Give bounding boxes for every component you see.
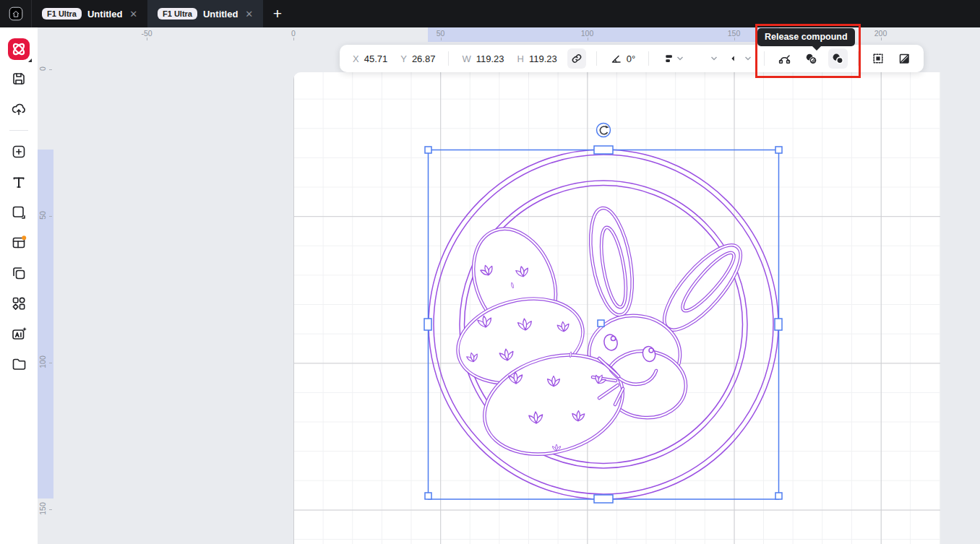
toolbar-divider [448, 51, 449, 66]
tab-untitled-1[interactable]: F1 Ultra Untitled ✕ [32, 0, 147, 27]
apps-icon [10, 295, 27, 312]
lock-ratio-button[interactable] [567, 48, 586, 69]
close-icon[interactable]: ✕ [128, 9, 139, 20]
tab-untitled-2[interactable]: F1 Ultra Untitled ✕ [147, 0, 263, 27]
release-compound-button[interactable] [828, 48, 848, 69]
select-marquee-button[interactable] [869, 48, 887, 69]
arrange-icon [661, 52, 674, 65]
make-compound-button[interactable] [801, 48, 821, 69]
sidebar [0, 27, 38, 544]
x-field[interactable]: X 45.71 [350, 53, 390, 64]
text-tool-button[interactable] [6, 171, 32, 193]
save-button[interactable] [6, 68, 32, 90]
ai-image-button[interactable] [6, 323, 32, 345]
home-icon [7, 5, 25, 22]
select-marquee-icon [872, 52, 885, 65]
projects-folder-button[interactable] [6, 353, 32, 375]
weld-button[interactable] [775, 48, 794, 69]
ai-image-icon [10, 325, 27, 342]
rotation-value: 0° [627, 53, 635, 64]
xtool-logo-icon [7, 38, 30, 61]
import-file-button[interactable] [6, 141, 32, 163]
device-badge: F1 Ultra [42, 8, 82, 20]
chevron-down-icon [744, 56, 752, 61]
toolbar-divider [648, 51, 649, 66]
notification-dot [22, 236, 26, 240]
artboard-panel-icon [10, 234, 27, 251]
home-button[interactable] [0, 0, 32, 27]
align-icon [695, 52, 708, 65]
artboard-panel-button[interactable] [6, 232, 32, 254]
y-field[interactable]: Y 26.87 [397, 53, 438, 64]
make-compound-icon [804, 52, 818, 66]
new-tab-button[interactable]: + [263, 0, 292, 27]
save-icon [10, 70, 27, 87]
xtool-logo-button[interactable] [7, 38, 30, 61]
duplicate-button[interactable] [6, 262, 32, 284]
text-tool-icon [10, 173, 27, 191]
tab-bar: F1 Ultra Untitled ✕ F1 Ultra Untitled ✕ … [0, 0, 980, 27]
close-icon[interactable]: ✕ [244, 9, 254, 20]
cloud-upload-icon [10, 100, 27, 118]
tab-title: Untitled [87, 9, 122, 20]
cloud-upload-button[interactable] [6, 98, 32, 120]
selection-toolbar: X 45.71 Y 26.87 W 119.23 H 119.23 0° [340, 45, 924, 72]
arrange-dropdown[interactable] [659, 52, 686, 65]
shape-tool-icon [10, 204, 27, 221]
flip-icon [729, 52, 742, 65]
logo-dropdown-corner [28, 59, 32, 62]
toolbar-divider [764, 51, 765, 66]
weld-icon [778, 52, 791, 65]
width-field[interactable]: W 119.23 [459, 53, 507, 64]
chevron-down-icon [676, 56, 684, 61]
rotation-angle-button[interactable]: 0° [607, 48, 638, 69]
duplicate-icon [10, 264, 27, 282]
remove-background-icon [898, 52, 911, 65]
toolbar-divider [596, 51, 597, 66]
machine-bed-canvas[interactable] [293, 72, 940, 544]
import-file-icon [10, 143, 27, 160]
rotation-angle-icon [610, 52, 623, 65]
chevron-down-icon [710, 56, 718, 61]
projects-folder-icon [10, 355, 27, 373]
tab-title: Untitled [203, 9, 238, 20]
ruler-vertical: 050100150 [38, 42, 53, 544]
toolbar-divider [858, 51, 859, 66]
remove-background-button[interactable] [895, 48, 914, 69]
flip-dropdown[interactable] [727, 52, 754, 65]
shape-tool-button[interactable] [6, 202, 32, 223]
height-field[interactable]: H 119.23 [515, 53, 560, 64]
lock-ratio-icon [570, 52, 583, 65]
align-dropdown[interactable] [693, 52, 720, 65]
device-badge: F1 Ultra [158, 8, 197, 20]
release-compound-icon [831, 52, 845, 66]
apps-button[interactable] [6, 293, 32, 314]
release-compound-tooltip: Release compound [757, 28, 855, 46]
sidebar-divider [9, 130, 28, 131]
